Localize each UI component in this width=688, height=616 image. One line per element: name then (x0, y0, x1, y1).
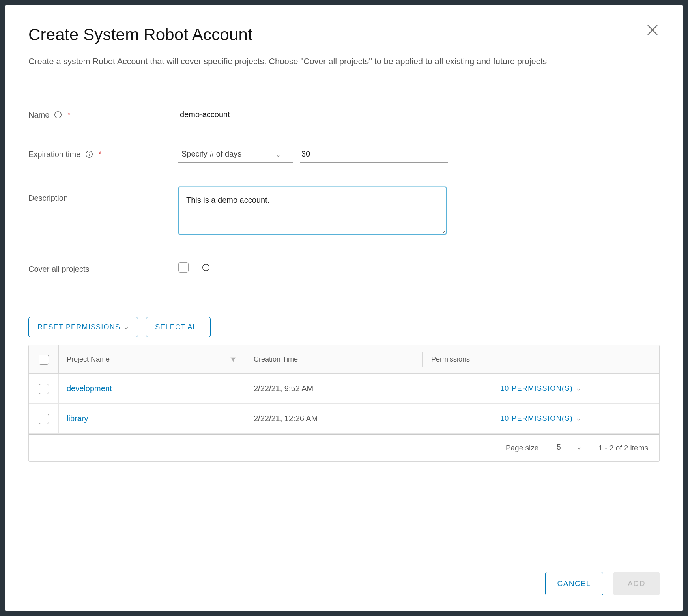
description-row: Description (28, 187, 660, 235)
expiration-days-input[interactable] (300, 147, 448, 163)
chevron-down-icon (576, 386, 581, 392)
chevron-down-icon (576, 416, 581, 422)
select-all-header (29, 345, 59, 373)
project-name-header[interactable]: Project Name (59, 352, 245, 367)
creation-time-header[interactable]: Creation Time (245, 352, 423, 367)
expiration-label-text: Expiration time (28, 150, 80, 159)
table-header: Project Name Creation Time Permissions (29, 345, 659, 374)
required-asterisk: * (67, 111, 70, 119)
filter-icon[interactable] (230, 356, 237, 363)
chevron-down-icon (123, 325, 129, 330)
modal-title: Create System Robot Account (28, 25, 660, 44)
permissions-header: Permissions (423, 352, 659, 367)
permissions-dropdown[interactable]: 10 PERMISSION(S) (500, 414, 581, 423)
info-icon[interactable] (201, 263, 211, 272)
cover-all-row: Cover all projects (28, 262, 660, 274)
info-icon[interactable] (53, 110, 63, 119)
cover-all-label: Cover all projects (28, 262, 178, 274)
permissions-count-label: 10 PERMISSION(S) (500, 385, 573, 393)
description-label-text: Description (28, 194, 68, 203)
svg-point-10 (206, 265, 206, 266)
close-icon[interactable] (645, 23, 660, 37)
page-size-value: 5 (557, 443, 561, 452)
permissions-count-label: 10 PERMISSION(S) (500, 414, 573, 423)
pagination-range: 1 - 2 of 2 items (598, 444, 648, 452)
create-robot-account-modal: Create System Robot Account Create a sys… (5, 5, 683, 611)
creation-time-cell: 2/22/21, 12:26 AM (245, 414, 423, 423)
table-row: development 2/22/21, 9:52 AM 10 PERMISSI… (29, 374, 659, 404)
table-footer: Page size 5 1 - 2 of 2 items (29, 434, 659, 461)
row-checkbox[interactable] (39, 384, 49, 394)
expiration-mode-select[interactable]: Specify # of days (178, 147, 293, 163)
name-label-text: Name (28, 110, 49, 119)
projects-table: Project Name Creation Time Permissions d… (28, 345, 660, 462)
project-name-link[interactable]: development (59, 384, 245, 393)
table-row: library 2/22/21, 12:26 AM 10 PERMISSION(… (29, 404, 659, 434)
select-all-button[interactable]: SELECT ALL (146, 317, 211, 337)
add-button[interactable]: ADD (613, 572, 660, 595)
chevron-down-icon (576, 444, 582, 450)
chevron-down-icon (275, 151, 281, 157)
required-asterisk: * (99, 150, 101, 159)
description-textarea[interactable] (178, 187, 447, 235)
permissions-dropdown[interactable]: 10 PERMISSION(S) (500, 385, 581, 393)
reset-permissions-label: RESET PERMISSIONS (37, 323, 120, 331)
select-all-label: SELECT ALL (155, 323, 202, 331)
modal-subtitle: Create a system Robot Account that will … (28, 55, 660, 68)
name-input[interactable] (178, 108, 452, 123)
cover-all-label-text: Cover all projects (28, 265, 90, 274)
project-name-link[interactable]: library (59, 414, 245, 423)
expiration-mode-label: Specify # of days (181, 149, 241, 159)
creation-time-header-label: Creation Time (254, 355, 298, 364)
select-all-checkbox[interactable] (39, 355, 49, 365)
cancel-button[interactable]: CANCEL (545, 572, 603, 595)
reset-permissions-button[interactable]: RESET PERMISSIONS (28, 317, 138, 337)
creation-time-cell: 2/22/21, 9:52 AM (245, 384, 423, 393)
description-label: Description (28, 187, 178, 203)
page-size-label: Page size (506, 444, 538, 452)
project-name-header-label: Project Name (67, 355, 110, 364)
modal-footer: CANCEL ADD (28, 556, 660, 595)
cover-all-checkbox[interactable] (178, 262, 189, 273)
svg-point-7 (89, 152, 90, 153)
permissions-header-label: Permissions (431, 355, 470, 364)
page-size-select[interactable]: 5 (553, 442, 584, 454)
name-label: Name * (28, 108, 178, 119)
info-icon[interactable] (84, 149, 94, 159)
name-row: Name * (28, 108, 660, 123)
row-checkbox[interactable] (39, 414, 49, 424)
permissions-actions: RESET PERMISSIONS SELECT ALL (28, 317, 660, 337)
expiration-label: Expiration time * (28, 147, 178, 159)
svg-point-4 (58, 113, 58, 113)
expiration-row: Expiration time * Specify # of days (28, 147, 660, 163)
